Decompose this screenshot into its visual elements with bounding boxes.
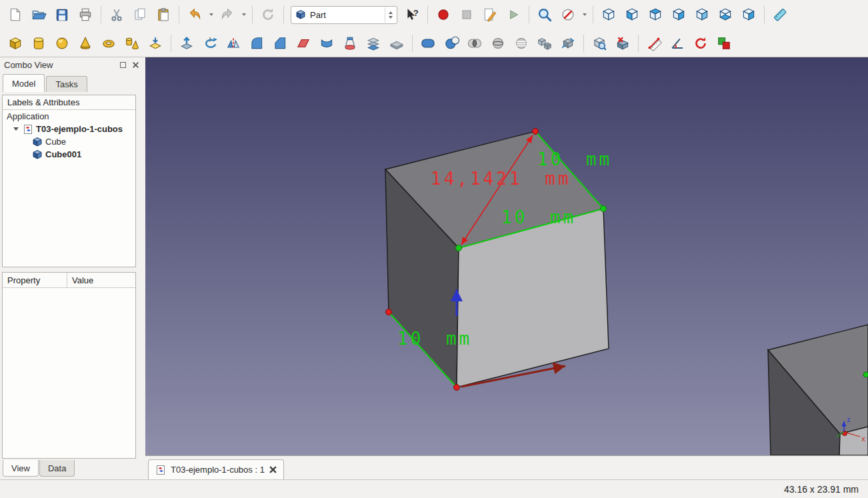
part-box-button[interactable] (4, 33, 27, 54)
measure-linear-icon (646, 35, 662, 51)
view-left-button[interactable] (737, 4, 760, 25)
view-right-button[interactable] (667, 4, 690, 25)
expander-icon[interactable] (13, 127, 19, 131)
toolbar-separator (412, 35, 413, 52)
toolbar-separator (638, 35, 639, 52)
part-extrude-button[interactable] (175, 33, 198, 54)
vertex-marker-green[interactable] (863, 372, 868, 377)
undo-button[interactable] (183, 4, 206, 25)
workbench-selector[interactable]: Part (291, 6, 397, 24)
draw-style-button[interactable] (557, 4, 579, 25)
measure-clear-all-button[interactable] (689, 33, 712, 54)
part-offset-button[interactable] (385, 33, 408, 54)
undo-dropdown-button[interactable] (207, 4, 215, 25)
view-bottom-button[interactable] (714, 4, 737, 25)
view-rear-button[interactable] (691, 4, 713, 25)
part-connect-button[interactable] (557, 33, 579, 54)
refresh-button[interactable] (257, 4, 279, 25)
mini-axis-z-label: z (847, 416, 851, 423)
document-icon (23, 124, 33, 135)
tree-item-cube[interactable]: Cube (3, 135, 135, 148)
part-sphere-button[interactable] (51, 33, 73, 54)
part-compound-button[interactable] (533, 33, 556, 54)
macro-stop-button[interactable] (455, 4, 478, 25)
dock-titlebar[interactable]: Combo View (0, 57, 144, 72)
tab-view[interactable]: View (3, 460, 39, 477)
save-document-button[interactable] (51, 4, 73, 25)
vertex-marker-green[interactable] (601, 206, 607, 212)
part-check-geometry-button[interactable] (588, 33, 611, 54)
dimension-edge-label: 10 mm (537, 149, 612, 169)
view-top-button[interactable] (644, 4, 667, 25)
new-document-button[interactable] (4, 4, 27, 25)
part-mirror-button[interactable] (222, 33, 245, 54)
redo-dropdown-button[interactable] (239, 4, 248, 25)
whats-this-button[interactable]: ? (401, 4, 423, 25)
cut-button[interactable] (105, 4, 128, 25)
property-column-header[interactable]: Property (3, 273, 67, 287)
tab-model[interactable]: Model (3, 74, 45, 92)
part-create-primitives-button[interactable] (121, 33, 143, 54)
macro-record-button[interactable] (432, 4, 455, 25)
measure-distance-button[interactable] (769, 4, 791, 25)
part-chamfer-button[interactable] (269, 33, 291, 54)
tree-item-application[interactable]: Application (3, 110, 135, 123)
check-geometry-icon (591, 35, 607, 51)
part-boolean-union-button[interactable] (417, 33, 439, 54)
part-defeaturing-button[interactable] (611, 33, 634, 54)
part-section-button[interactable] (487, 33, 509, 54)
part-shape-builder-button[interactable] (144, 33, 167, 54)
part-fillet-button[interactable] (245, 33, 268, 54)
part-cone-button[interactable] (74, 33, 97, 54)
paste-button[interactable] (152, 4, 175, 25)
cone-icon (77, 35, 93, 51)
part-cylinder-button[interactable] (27, 33, 50, 54)
value-column-header[interactable]: Value (67, 273, 98, 287)
tree-header: Labels & Attributes (3, 95, 135, 110)
float-panel-icon[interactable] (119, 61, 127, 69)
tree-item-document[interactable]: T03-ejemplo-1-cubos (3, 123, 135, 135)
print-button[interactable] (74, 4, 97, 25)
vertex-marker-red[interactable] (454, 385, 460, 391)
part-boolean-cut-button[interactable] (440, 33, 463, 54)
workbench-spinner[interactable] (385, 7, 395, 23)
part-boolean-intersection-button[interactable] (463, 33, 486, 54)
document-tab[interactable]: T03-ejemplo-1-cubos : 1 (148, 459, 284, 479)
macro-edit-button[interactable] (479, 4, 501, 25)
tree-item-cube001[interactable]: Cube001 (3, 148, 135, 161)
part-revolve-button[interactable] (199, 33, 221, 54)
tab-data[interactable]: Data (39, 460, 75, 477)
vertex-marker-red[interactable] (386, 309, 392, 315)
tab-tasks[interactable]: Tasks (46, 76, 87, 92)
macro-execute-button[interactable] (502, 4, 525, 25)
vertex-marker-red[interactable] (533, 129, 539, 135)
measure-angular-button[interactable] (666, 33, 689, 54)
close-tab-icon[interactable] (269, 466, 277, 473)
draw-style-dropdown-button[interactable] (580, 4, 589, 25)
part-loft-button[interactable] (339, 33, 361, 54)
redo-button[interactable] (216, 4, 239, 25)
view-front-button[interactable] (621, 4, 643, 25)
vertex-marker-green[interactable] (456, 245, 462, 251)
revolve-icon (202, 35, 218, 51)
measure-toggle-all-button[interactable] (713, 33, 735, 54)
cursor-dimensions: 43.16 x 23.91 mm (784, 484, 868, 495)
part-ruled-surface-button[interactable] (315, 33, 338, 54)
vertex-marker-red[interactable] (843, 431, 847, 436)
view-isometric-icon (601, 7, 617, 23)
close-panel-icon[interactable] (131, 61, 140, 69)
part-cross-sections-button[interactable] (510, 33, 533, 54)
make-face-icon (295, 35, 311, 51)
copy-button[interactable] (129, 4, 151, 25)
box-zoom-button[interactable] (533, 4, 556, 25)
3d-viewport[interactable]: 14,1421 mm 10 mm 10 mm 10 mm z (145, 57, 868, 455)
measure-linear-button[interactable] (643, 33, 665, 54)
part-sweep-button[interactable] (362, 33, 385, 54)
view-front-icon (624, 7, 640, 23)
view-isometric-button[interactable] (597, 4, 620, 25)
workbench-part-icon (295, 9, 306, 20)
open-document-button[interactable] (27, 4, 50, 25)
part-make-face-button[interactable] (292, 33, 315, 54)
part-torus-button[interactable] (97, 33, 120, 54)
document-tab-label: T03-ejemplo-1-cubos : 1 (171, 465, 265, 475)
